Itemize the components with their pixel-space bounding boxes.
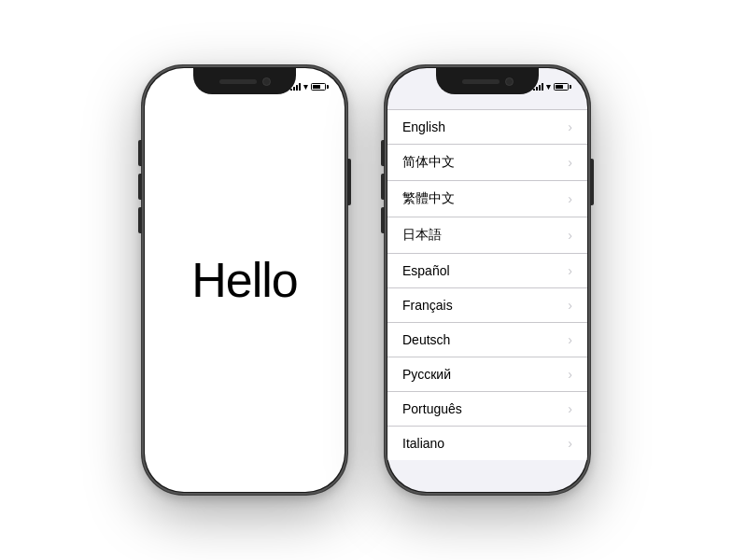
camera-right xyxy=(505,77,514,86)
language-item-0[interactable]: English› xyxy=(387,110,587,145)
chevron-icon-3: › xyxy=(568,228,572,243)
language-screen: English›简体中文›繁體中文›日本語›Español›Français›D… xyxy=(387,68,587,492)
chevron-icon-7: › xyxy=(568,367,572,382)
language-name-8: Português xyxy=(402,401,462,416)
left-phone: ▾ Hello xyxy=(142,65,347,495)
chevron-icon-4: › xyxy=(568,263,572,278)
left-phone-screen: ▾ Hello xyxy=(145,68,345,492)
language-item-4[interactable]: Español› xyxy=(387,254,587,288)
language-name-2: 繁體中文 xyxy=(402,190,455,207)
language-name-5: Français xyxy=(402,298,453,313)
chevron-icon-1: › xyxy=(568,155,572,170)
right-phone-screen: ▾ English›简体中文›繁體中文›日本語›Español›Français… xyxy=(387,68,587,492)
language-item-7[interactable]: Русский› xyxy=(387,357,587,392)
battery-icon-right xyxy=(554,83,569,91)
battery-icon-left xyxy=(311,83,326,91)
language-name-0: English xyxy=(402,119,445,134)
chevron-icon-0: › xyxy=(568,119,572,134)
status-icons-left: ▾ xyxy=(290,82,326,91)
chevron-icon-5: › xyxy=(568,298,572,313)
chevron-icon-9: › xyxy=(568,436,572,451)
language-item-3[interactable]: 日本語› xyxy=(387,217,587,254)
chevron-icon-8: › xyxy=(568,401,572,416)
language-name-4: Español xyxy=(402,263,450,278)
notch-right xyxy=(436,68,539,94)
language-name-1: 简体中文 xyxy=(402,154,455,171)
language-name-6: Deutsch xyxy=(402,332,450,347)
hello-screen: Hello xyxy=(145,68,345,492)
language-item-6[interactable]: Deutsch› xyxy=(387,323,587,357)
language-item-5[interactable]: Français› xyxy=(387,288,587,323)
speaker-left xyxy=(219,79,257,84)
language-list: English›简体中文›繁體中文›日本語›Español›Français›D… xyxy=(387,109,587,460)
chevron-icon-6: › xyxy=(568,332,572,347)
language-item-8[interactable]: Português› xyxy=(387,392,587,427)
right-phone: ▾ English›简体中文›繁體中文›日本語›Español›Français… xyxy=(385,65,590,495)
hello-text: Hello xyxy=(191,252,298,308)
language-item-1[interactable]: 简体中文› xyxy=(387,145,587,181)
language-item-2[interactable]: 繁體中文› xyxy=(387,181,587,217)
language-name-9: Italiano xyxy=(402,436,444,451)
language-name-3: 日本語 xyxy=(402,227,442,244)
language-item-9[interactable]: Italiano› xyxy=(387,427,587,460)
notch-left xyxy=(193,68,296,94)
chevron-icon-2: › xyxy=(568,191,572,206)
speaker-right xyxy=(462,79,500,84)
camera-left xyxy=(262,77,271,86)
wifi-icon-left: ▾ xyxy=(303,82,308,91)
wifi-icon-right: ▾ xyxy=(546,82,551,91)
language-name-7: Русский xyxy=(402,367,451,382)
status-icons-right: ▾ xyxy=(533,82,569,91)
